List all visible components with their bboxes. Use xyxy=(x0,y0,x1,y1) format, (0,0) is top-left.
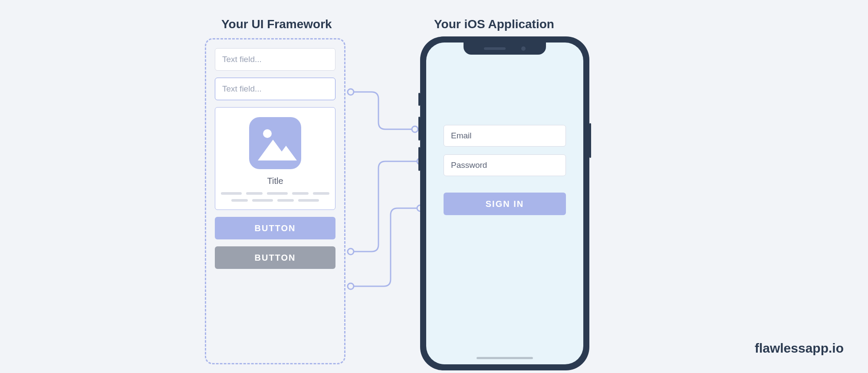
svg-point-7 xyxy=(417,205,420,211)
svg-point-8 xyxy=(348,283,354,289)
ui-framework-panel: Text field... Text field... Title xyxy=(205,38,345,364)
button-label: BUTTON xyxy=(255,253,296,263)
input-placeholder: Email xyxy=(451,131,472,141)
home-indicator xyxy=(477,357,533,359)
phone-mute-switch xyxy=(418,93,420,106)
framework-textfield-1[interactable]: Text field... xyxy=(215,48,335,71)
svg-point-4 xyxy=(412,126,418,132)
card-title: Title xyxy=(267,176,283,186)
textfield-placeholder: Text field... xyxy=(222,84,262,94)
framework-primary-button[interactable]: BUTTON xyxy=(215,217,335,239)
textfield-placeholder: Text field... xyxy=(222,55,262,64)
connector-lines xyxy=(345,36,420,370)
email-field[interactable]: Email xyxy=(444,125,566,147)
phone-volume-up xyxy=(418,117,420,141)
phone-camera xyxy=(521,46,526,51)
phone-screen: Email Password SIGN IN xyxy=(426,43,583,364)
svg-point-6 xyxy=(348,249,354,255)
card-text-placeholder xyxy=(223,192,327,202)
phone-power-button xyxy=(589,123,591,158)
phone-volume-down xyxy=(418,147,420,171)
login-form: Email Password SIGN IN xyxy=(444,125,566,215)
framework-heading: Your UI Framework xyxy=(221,17,332,31)
framework-card: Title xyxy=(215,107,335,210)
input-placeholder: Password xyxy=(451,160,487,170)
phone-frame: Email Password SIGN IN xyxy=(420,36,589,370)
phone-notch xyxy=(464,43,546,55)
app-heading: Your iOS Application xyxy=(434,17,554,31)
signin-button[interactable]: SIGN IN xyxy=(444,193,566,215)
phone-speaker xyxy=(484,47,506,50)
image-placeholder-icon xyxy=(249,117,301,169)
svg-point-3 xyxy=(348,89,354,95)
framework-textfield-2[interactable]: Text field... xyxy=(215,78,335,100)
brand-watermark: flawlessapp.io xyxy=(755,341,844,356)
button-label: BUTTON xyxy=(255,223,296,233)
password-field[interactable]: Password xyxy=(444,154,566,176)
framework-secondary-button[interactable]: BUTTON xyxy=(215,246,335,269)
svg-point-0 xyxy=(263,129,272,138)
button-label: SIGN IN xyxy=(486,199,524,209)
